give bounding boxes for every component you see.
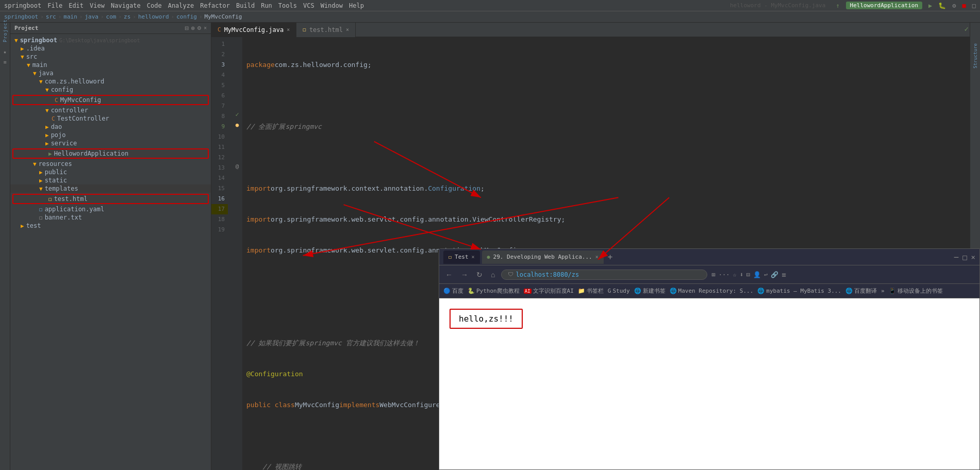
run-config-dropdown[interactable]: HellowordApplication [846,2,922,9]
tab-close-mymvcconfig[interactable]: × [287,27,290,32]
tab-mymvcconfig[interactable]: C MyMvcConfig.java × [211,23,296,37]
helloword-app-file[interactable]: ▶ HellowordApplication [12,148,209,159]
service-folder[interactable]: ▶ service [10,139,211,147]
star-icon[interactable]: ☆ [733,271,736,278]
extensions-icon[interactable]: ⊞ [711,271,715,278]
bookmark-maven[interactable]: 🌐 Maven Repository: S... [670,288,754,294]
src-folder[interactable]: ▼ src [10,53,211,61]
menu-navigate[interactable]: Navigate [111,2,141,9]
sync-icon[interactable]: ↩ [764,271,768,278]
bookmark-newbookmark[interactable]: 🌐 新建书签 [634,287,666,295]
yaml-file[interactable]: ◻ application.yaml [10,205,211,213]
public-folder[interactable]: ▶ public [10,168,211,176]
tab-close-testhtml[interactable]: × [346,27,349,32]
shield-icon: 🛡 [508,271,513,278]
account-icon[interactable]: 👤 [753,271,761,278]
share-icon[interactable]: 🔗 [771,271,778,278]
mybatis-label: mybatis – MyBatis 3... [766,288,841,294]
close-panel-btn[interactable]: × [204,25,207,31]
bookmark-mobile[interactable]: 📱 移动设备上的书签 [889,287,943,295]
browser-tab-close-dev[interactable]: × [595,254,599,260]
menu-analyze[interactable]: Analyze [168,2,194,9]
minimize-btn[interactable]: ─ [954,253,958,261]
code-line-5: import org.springframework.context.annot… [246,183,980,194]
bookmark-more[interactable]: » [881,288,885,294]
bookmark-mybatis[interactable]: 🌐 mybatis – MyBatis 3... [757,288,841,294]
menu-edit[interactable]: Edit [69,2,84,9]
bookmark-study[interactable]: G Study [608,288,630,294]
structure-panel-label[interactable]: Structure [973,43,978,69]
txt-file[interactable]: ◻ banner.txt [10,213,211,222]
testcontroller-file[interactable]: C TestController [10,114,211,123]
bc-com[interactable]: com [106,13,117,20]
browser-tab-test[interactable]: ◻ Test × [443,250,480,264]
main-folder[interactable]: ▼ main [10,61,211,69]
bc-zs[interactable]: zs [124,13,130,20]
back-btn[interactable]: ← [443,270,455,280]
bc-springboot[interactable]: springboot [4,13,38,20]
bookmark-ai[interactable]: AI 文字识别百度AI [524,287,574,295]
test-folder[interactable]: ▶ test [10,222,211,230]
bc-src[interactable]: src [46,13,56,20]
menu-btn[interactable]: ≡ [782,271,786,279]
close-btn[interactable]: × [971,253,975,261]
address-bar[interactable]: 🛡 localhost:8080/zs [501,270,707,280]
bookmark-baidu-translate[interactable]: 🌐 百度翻译 [845,287,877,295]
testhtml-file[interactable]: ◻ test.html [12,194,209,204]
settings-btn[interactable]: ⚙ [197,25,202,31]
idea-folder[interactable]: ▶ .idea [10,44,211,53]
maximize-icon[interactable]: □ [972,2,976,9]
debug-btn-icon[interactable]: 🐛 [938,2,946,9]
git-update-icon[interactable]: ↑ [836,2,839,9]
bookmark-baidu[interactable]: 🔵 百度 [443,287,463,295]
menu-refactor[interactable]: Refactor [200,2,230,9]
bc-main[interactable]: main [63,13,77,20]
tab-testhtml[interactable]: ◻ test.html × [296,23,356,37]
bc-config[interactable]: config [176,13,197,20]
forward-btn[interactable]: → [459,270,470,280]
download-icon[interactable]: ⬇ [740,271,743,278]
resources-folder[interactable]: ▼ resources [10,160,211,168]
settings-icon[interactable]: ⚙ [952,2,956,9]
more-icon[interactable]: ··· [719,271,730,278]
collections-icon[interactable]: ⊟ [746,271,750,278]
bookmark-python[interactable]: 🐍 Python爬虫教程 [468,287,520,295]
menu-file[interactable]: File [47,2,62,9]
config-folder[interactable]: ▼ config [10,86,211,94]
menu-run[interactable]: Run [261,2,272,9]
bc-helloword[interactable]: helloword [138,13,169,20]
project-icon[interactable]: Project [1,27,9,35]
menu-help[interactable]: Help [349,2,364,9]
java-folder[interactable]: ▼ java [10,69,211,77]
new-tab-btn[interactable]: + [608,252,613,262]
templates-folder[interactable]: ▼ templates [10,184,211,193]
pojo-folder[interactable]: ▶ pojo [10,131,211,139]
favorites-icon[interactable]: ★ [1,47,9,56]
collapse-all-btn[interactable]: ⊟ [185,25,189,31]
bookmark-folder[interactable]: 📁 书签栏 [578,287,604,295]
browser-tab-dev[interactable]: ● 29. Developing Web Applica... × [482,250,604,264]
structure-icon[interactable]: ≡ [1,58,9,66]
bc-java[interactable]: java [85,13,98,20]
run-btn-icon[interactable]: ▶ [928,2,932,9]
home-btn[interactable]: ⌂ [489,270,497,280]
restore-btn[interactable]: □ [962,253,967,261]
locate-btn[interactable]: ⊕ [191,25,195,31]
dao-folder[interactable]: ▶ dao [10,123,211,131]
menu-build[interactable]: Build [236,2,255,9]
stop-icon[interactable]: ■ [962,2,966,9]
menu-vcs[interactable]: VCS [303,2,314,9]
menu-view[interactable]: View [90,2,105,9]
controller-folder[interactable]: ▼ controller [10,106,211,114]
menu-tools[interactable]: Tools [278,2,297,9]
menu-window[interactable]: Window [321,2,343,9]
html-file-icon: ◻ [303,26,306,33]
menu-code[interactable]: Code [147,2,162,9]
menu-springboot[interactable]: springboot [4,2,41,9]
static-folder[interactable]: ▶ static [10,176,211,184]
tree-root[interactable]: ▼ springboot G:\Desktop\java\springboot [10,36,211,44]
browser-tab-close-test[interactable]: × [472,254,475,260]
refresh-btn[interactable]: ↻ [474,270,485,280]
package-folder[interactable]: ▼ com.zs.helloword [10,77,211,86]
mymvcconfig-file[interactable]: C MyMvcConfig [12,95,209,105]
